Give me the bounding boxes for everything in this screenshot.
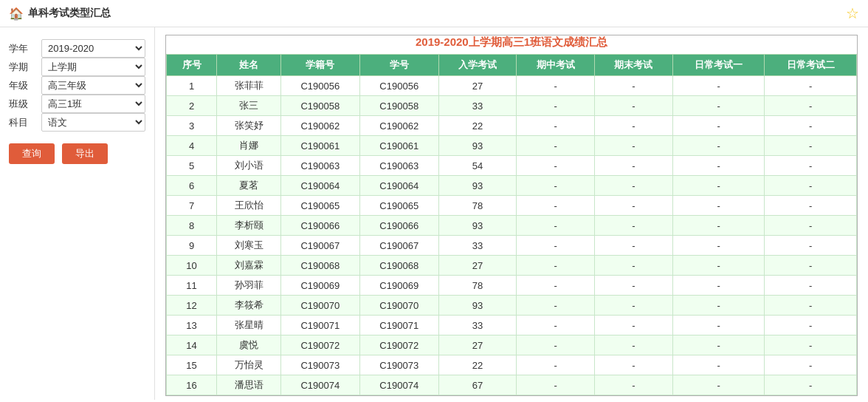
- table-cell: -: [672, 96, 765, 116]
- table-cell: -: [517, 375, 595, 395]
- table-cell: 93: [438, 216, 517, 236]
- table-cell: -: [517, 156, 595, 176]
- table-cell: C190070: [359, 296, 438, 316]
- table-cell: C190065: [359, 196, 438, 216]
- header-title-area: 🏠 单科考试类型汇总: [9, 7, 111, 21]
- table-row: 8李析颐C190066C19006693----: [167, 216, 857, 236]
- table-cell: 潘思语: [217, 375, 281, 395]
- table-cell: -: [765, 355, 857, 375]
- table-cell: 13: [167, 316, 217, 335]
- table-row: 16潘思语C190074C19007467----: [167, 375, 857, 395]
- table-cell: -: [765, 196, 857, 216]
- table-cell: C190068: [280, 256, 359, 276]
- table-row: 11孙羽菲C190069C19006978----: [167, 276, 857, 296]
- col-header: 学号: [359, 55, 438, 76]
- form-select-0[interactable]: 2019-20202018-2019: [41, 39, 145, 58]
- query-button[interactable]: 查询: [9, 143, 55, 164]
- form-row-2: 年级高三年级高二年级高一年级: [9, 76, 145, 95]
- form-select-1[interactable]: 上学期下学期: [41, 58, 145, 76]
- table-row: 12李筱希C190070C19007093----: [167, 296, 857, 316]
- form-label-3: 班级: [9, 98, 35, 111]
- table-cell: -: [517, 216, 595, 236]
- table-cell: -: [595, 335, 673, 355]
- table-cell: 刘小语: [217, 156, 281, 176]
- table-cell: -: [672, 276, 765, 296]
- table-cell: -: [672, 316, 765, 335]
- table-cell: 张星晴: [217, 316, 281, 335]
- table-cell: 67: [438, 375, 517, 395]
- table-cell: -: [765, 156, 857, 176]
- table-cell: C190056: [359, 76, 438, 96]
- table-cell: 刘寒玉: [217, 236, 281, 256]
- col-header: 序号: [167, 55, 217, 76]
- table-cell: C190063: [359, 156, 438, 176]
- table-cell: -: [672, 176, 765, 196]
- table-cell: C190067: [359, 236, 438, 256]
- table-cell: 2: [167, 96, 217, 116]
- form-select-2[interactable]: 高三年级高二年级高一年级: [41, 76, 145, 95]
- table-cell: -: [672, 216, 765, 236]
- table-cell: 夏茗: [217, 176, 281, 196]
- table-row: 13张星晴C190071C19007133----: [167, 316, 857, 335]
- table-cell: 27: [438, 76, 517, 96]
- table-cell: 张笑妤: [217, 116, 281, 136]
- table-row: 10刘嘉霖C190068C19006827----: [167, 256, 857, 276]
- table-cell: C190071: [280, 316, 359, 335]
- table-cell: 33: [438, 96, 517, 116]
- table-cell: -: [595, 116, 673, 136]
- table-cell: 27: [438, 256, 517, 276]
- form-select-3[interactable]: 高三1班高三2班: [41, 95, 145, 113]
- table-cell: C190069: [280, 276, 359, 296]
- table-cell: -: [517, 196, 595, 216]
- table-cell: C190067: [280, 236, 359, 256]
- table-cell: C190064: [280, 176, 359, 196]
- table-cell: -: [517, 355, 595, 375]
- table-cell: -: [517, 296, 595, 316]
- table-cell: C190066: [280, 216, 359, 236]
- table-row: 4肖娜C190061C19006193----: [167, 136, 857, 156]
- table-cell: 12: [167, 296, 217, 316]
- table-cell: 6: [167, 176, 217, 196]
- table-cell: -: [595, 216, 673, 236]
- home-icon[interactable]: 🏠: [9, 7, 24, 21]
- table-cell: 10: [167, 256, 217, 276]
- col-header: 期末考试: [595, 55, 673, 76]
- table-cell: C190074: [359, 375, 438, 395]
- table-cell: -: [672, 156, 765, 176]
- table-cell: 王欣怡: [217, 196, 281, 216]
- form-row-1: 学期上学期下学期: [9, 58, 145, 76]
- table-cell: -: [595, 156, 673, 176]
- table-row: 1张菲菲C190056C19005627----: [167, 76, 857, 96]
- form-label-4: 科目: [9, 116, 35, 129]
- table-row: 5刘小语C190063C19006354----: [167, 156, 857, 176]
- table-cell: -: [672, 236, 765, 256]
- table-cell: -: [672, 136, 765, 156]
- table-cell: 22: [438, 116, 517, 136]
- table-cell: -: [517, 96, 595, 116]
- table-cell: -: [765, 316, 857, 335]
- data-table: 序号姓名学籍号学号入学考试期中考试期末考试日常考试一日常考试二 1张菲菲C190…: [166, 54, 857, 395]
- export-button[interactable]: 导出: [62, 143, 108, 164]
- table-cell: C190073: [280, 355, 359, 375]
- table-cell: 22: [438, 355, 517, 375]
- col-header: 姓名: [217, 55, 281, 76]
- table-cell: 8: [167, 216, 217, 236]
- table-cell: -: [595, 276, 673, 296]
- table-cell: -: [672, 335, 765, 355]
- table-cell: 93: [438, 176, 517, 196]
- table-cell: 93: [438, 296, 517, 316]
- table-cell: 9: [167, 236, 217, 256]
- star-icon[interactable]: ☆: [846, 4, 859, 22]
- table-cell: C190065: [280, 196, 359, 216]
- table-area: 2019-2020上学期高三1班语文成绩汇总 序号姓名学籍号学号入学考试期中考试…: [155, 27, 868, 400]
- table-cell: -: [672, 375, 765, 395]
- table-cell: 93: [438, 136, 517, 156]
- form-select-4[interactable]: 语文数学英语: [41, 113, 145, 132]
- table-cell: -: [765, 296, 857, 316]
- table-cell: -: [672, 116, 765, 136]
- table-cell: -: [765, 236, 857, 256]
- table-cell: 33: [438, 236, 517, 256]
- table-cell: -: [517, 176, 595, 196]
- table-cell: 李析颐: [217, 216, 281, 236]
- table-cell: -: [595, 236, 673, 256]
